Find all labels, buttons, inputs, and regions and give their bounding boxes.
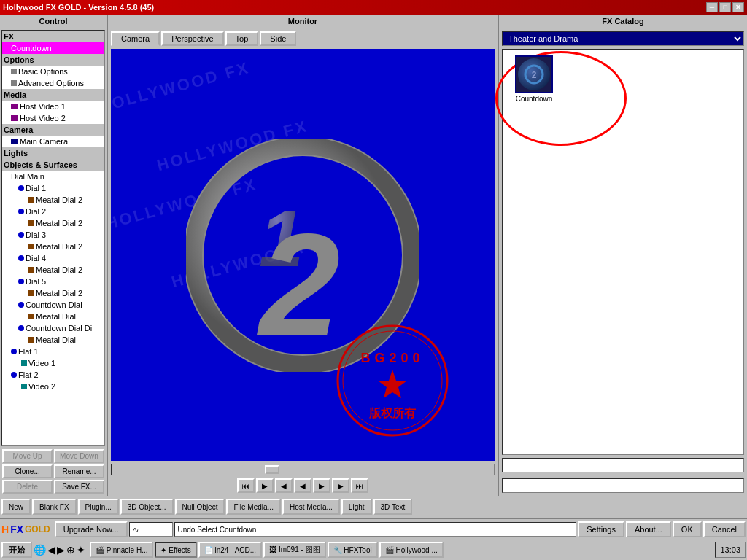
file-media----button[interactable]: File Media... <box>226 499 280 515</box>
tree-item[interactable]: Options <box>2 54 104 66</box>
tree-item[interactable]: Countdown Dial <box>2 299 104 311</box>
tree-item[interactable]: Dial 1 <box>2 182 104 194</box>
next-frame2-button[interactable]: ▶ <box>332 478 349 493</box>
next-frame-button[interactable]: ▶ <box>313 478 330 493</box>
svg-text:2: 2 <box>256 203 340 366</box>
monitor-playback-controls: ⏮ ▶ ◀ ◀ ▶ ▶ ⏭ <box>108 475 498 496</box>
taskbar-item-im091[interactable]: 🖼 Im091 - 图图 <box>263 542 325 558</box>
tab-top[interactable]: Top <box>225 31 259 46</box>
tree-item[interactable]: Countdown Dial Di <box>2 322 104 334</box>
close-button[interactable]: ✕ <box>732 2 744 12</box>
tree-item[interactable]: Meatal Dial 2 <box>2 287 104 299</box>
tree-item-label: Dial 4 <box>26 254 46 262</box>
status-bar: H FX GOLD Upgrade Now... ∿ Undo Select C… <box>0 518 747 540</box>
about-button[interactable]: About... <box>626 521 671 537</box>
tree-dot-icon <box>18 185 24 191</box>
tree-item[interactable]: Dial 4 <box>2 252 104 264</box>
tree-item[interactable]: Video 1 <box>2 357 104 369</box>
tree-item[interactable]: Host Video 1 <box>2 101 104 112</box>
tree-dot-icon <box>18 232 24 238</box>
tree-item[interactable]: Dial 3 <box>2 229 104 241</box>
minimize-button[interactable]: ─ <box>706 2 718 12</box>
move-up-button: Move Up <box>2 449 53 463</box>
tree-item[interactable]: FX <box>2 31 104 42</box>
new-button[interactable]: New <box>1 499 31 515</box>
light-button[interactable]: Light <box>341 499 372 515</box>
tab-camera[interactable]: Camera <box>111 31 160 46</box>
delete-button: Delete <box>2 480 53 494</box>
taskbar-item-acd[interactable]: 📄 in24 - ACD... <box>198 542 262 558</box>
fx-icon: 2 <box>522 63 546 86</box>
settings-button[interactable]: Settings <box>578 521 624 537</box>
tree-square-icon <box>28 290 34 296</box>
prev-frame2-button[interactable]: ◀ <box>294 478 311 493</box>
tree-dot-icon <box>18 255 24 261</box>
tab-perspective[interactable]: Perspective <box>161 31 223 46</box>
tree-item[interactable]: Meatal Dial 2 <box>2 194 104 206</box>
tree-item[interactable]: Dial 5 <box>2 276 104 287</box>
tree-item[interactable]: Dial 2 <box>2 206 104 217</box>
svg-text:2: 2 <box>532 70 537 80</box>
null-object-button[interactable]: Null Object <box>175 499 225 515</box>
media-icon <box>11 104 18 109</box>
scrollbar-thumb[interactable] <box>265 465 279 474</box>
tree-item[interactable]: Lights <box>2 147 104 159</box>
taskbar-item-pinnacle[interactable]: 🎬 Pinnacle H... <box>90 542 153 558</box>
tree-item[interactable]: Host Video 2 <box>2 112 104 124</box>
rename----button[interactable]: Rename... <box>54 464 104 478</box>
tree-item[interactable]: Media <box>2 89 104 101</box>
content-area: Control FXCountdownOptionsBasic OptionsA… <box>0 15 747 496</box>
monitor-scrollbar[interactable] <box>111 464 495 475</box>
tree-item-label: Host Video 1 <box>20 102 66 111</box>
tree-item[interactable]: Advanced Options <box>2 77 104 89</box>
logo-h: H <box>1 524 9 535</box>
taskbar-item-effects[interactable]: ✦ Effects <box>155 542 196 558</box>
goto-start-button[interactable]: ⏮ <box>237 478 255 493</box>
tree-item[interactable]: Flat 2 <box>2 369 104 381</box>
taskbar-item-hfxtool[interactable]: 🔧 HFXTool <box>328 542 378 558</box>
start-button[interactable]: 开始 <box>1 542 32 558</box>
taskbar-item-hollywood[interactable]: 🎬 Hollywood ... <box>379 542 444 558</box>
title-bar: Hollywood FX GOLD - Version 4.5.8 (45) ─… <box>0 0 747 15</box>
ok-button[interactable]: OK <box>673 521 702 537</box>
tree-item[interactable]: Basic Options <box>2 66 104 77</box>
tree-item[interactable]: Meatal Dial <box>2 334 104 346</box>
tree-item[interactable]: Meatal Dial <box>2 311 104 322</box>
taskbar-icon-1: 🌐 <box>34 544 46 556</box>
tree-item[interactable]: Countdown <box>2 42 104 54</box>
plugin----button[interactable]: Plugin... <box>78 499 119 515</box>
control-tree[interactable]: FXCountdownOptionsBasic OptionsAdvanced … <box>1 30 105 446</box>
cancel-button[interactable]: Cancel <box>703 521 746 537</box>
tree-item[interactable]: Meatal Dial 2 <box>2 264 104 276</box>
tree-dot-icon <box>18 302 24 308</box>
goto-end-button[interactable]: ⏭ <box>351 478 368 493</box>
host-media----button[interactable]: Host Media... <box>282 499 340 515</box>
tree-item-label: Advanced Options <box>18 79 84 88</box>
tree-item[interactable]: Camera <box>2 124 104 136</box>
clone----button[interactable]: Clone... <box>2 464 53 478</box>
tree-item[interactable]: Meatal Dial 2 <box>2 241 104 252</box>
fx-item-countdown[interactable]: 2 Countdown <box>508 55 560 103</box>
tree-item-label: Meatal Dial 2 <box>36 195 82 204</box>
upgrade-now-button[interactable]: Upgrade Now... <box>55 521 128 537</box>
tree-item[interactable]: Objects & Surfaces <box>2 159 104 171</box>
tree-item[interactable]: Meatal Dial 2 <box>2 217 104 229</box>
play-forward-button[interactable]: ▶ <box>256 478 274 493</box>
camera-icon <box>11 139 18 144</box>
tree-dot-icon <box>18 209 24 214</box>
blank-fx-button[interactable]: Blank FX <box>32 499 77 515</box>
tree-item-label: Host Video 2 <box>20 114 66 122</box>
tree-item-label: Meatal Dial <box>36 335 76 344</box>
tree-item[interactable]: Video 2 <box>2 381 104 392</box>
tree-item[interactable]: Flat 1 <box>2 346 104 357</box>
fx-catalog-dropdown[interactable]: Theater and Drama <box>502 31 744 46</box>
prev-frame-button[interactable]: ◀ <box>275 478 293 493</box>
maximize-button[interactable]: □ <box>719 2 731 12</box>
3d-object----button[interactable]: 3D Object... <box>120 499 174 515</box>
save-fx----button[interactable]: Save FX... <box>54 480 104 494</box>
tree-square-icon <box>28 220 34 226</box>
tree-item[interactable]: Dial Main <box>2 171 104 182</box>
3d-text-button[interactable]: 3D Text <box>374 499 413 515</box>
tree-item[interactable]: Main Camera <box>2 136 104 147</box>
tab-side[interactable]: Side <box>260 31 296 46</box>
